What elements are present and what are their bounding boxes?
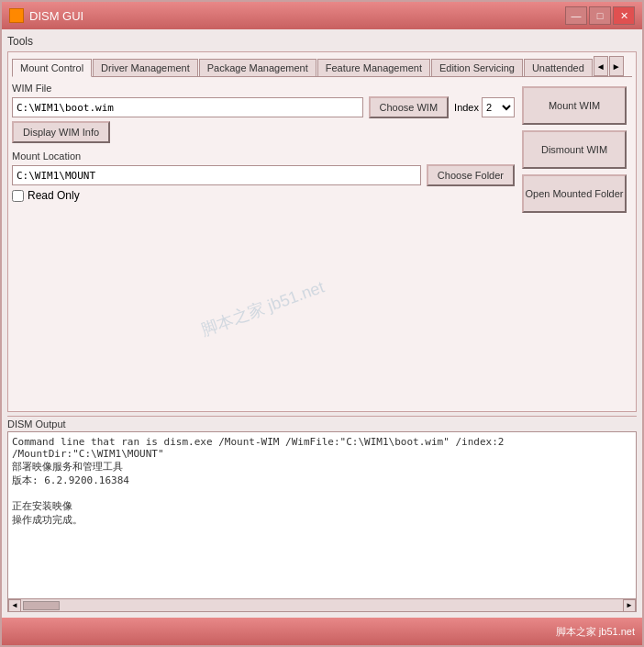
tab-next-button[interactable]: ► — [609, 56, 624, 76]
index-select[interactable]: 2 1 3 — [482, 97, 515, 117]
scroll-left-button[interactable]: ◄ — [8, 599, 21, 612]
display-wim-info-row: Display WIM Info — [12, 121, 515, 143]
wim-file-label: WIM File — [12, 83, 515, 94]
horizontal-scrollbar: ◄ ► — [7, 599, 637, 612]
titlebar-controls: — □ ✕ — [565, 6, 635, 25]
open-mounted-folder-button[interactable]: Open Mounted Folder — [522, 174, 627, 213]
wim-file-input[interactable] — [12, 97, 363, 117]
mount-location-input[interactable] — [12, 165, 421, 185]
mount-location-input-row: Choose Folder — [12, 164, 515, 186]
output-section: DISM Output — [7, 416, 637, 599]
bottom-logo-text: 脚本之家 jb51.net — [556, 625, 635, 639]
display-wim-info-button[interactable]: Display WIM Info — [12, 121, 110, 143]
mount-location-label: Mount Location — [12, 151, 515, 162]
watermark-area: 脚本之家 jb51.net — [12, 209, 515, 407]
content-area: WIM File Choose WIM Index 2 1 3 — [12, 83, 632, 407]
dismount-wim-button[interactable]: Dismount WIM — [522, 130, 627, 169]
output-label: DISM Output — [7, 417, 637, 431]
close-button[interactable]: ✕ — [613, 6, 635, 25]
left-panel: WIM File Choose WIM Index 2 1 3 — [12, 83, 515, 407]
output-textarea[interactable] — [7, 431, 637, 599]
mount-wim-button[interactable]: Mount WIM — [522, 86, 627, 125]
tab-package-management[interactable]: Package Management — [199, 59, 316, 76]
readonly-label: Read Only — [28, 189, 80, 202]
window-body: Tools Mount Control Driver Management Pa… — [2, 29, 642, 618]
scrollbar-track[interactable] — [21, 601, 623, 610]
titlebar-left: DISM GUI — [9, 8, 83, 23]
choose-folder-button[interactable]: Choose Folder — [427, 164, 515, 186]
tools-label: Tools — [7, 35, 637, 48]
tab-driver-management[interactable]: Driver Management — [93, 59, 198, 76]
scrollbar-thumb[interactable] — [23, 601, 60, 610]
tab-edition-servicing[interactable]: Edition Servicing — [431, 59, 523, 76]
titlebar: DISM GUI — □ ✕ — [2, 2, 642, 29]
choose-wim-button[interactable]: Choose WIM — [369, 96, 450, 118]
index-label: Index — [454, 102, 479, 113]
bottom-logo-bar: 脚本之家 jb51.net — [2, 618, 642, 645]
wim-file-input-row: Choose WIM Index 2 1 3 — [12, 96, 515, 118]
index-area: Index 2 1 3 — [454, 97, 515, 117]
window-title: DISM GUI — [29, 9, 83, 23]
mount-location-group: Mount Location Choose Folder Read Only — [12, 151, 515, 202]
right-panel: Mount WIM Dismount WIM Open Mounted Fold… — [522, 83, 632, 407]
readonly-row: Read Only — [12, 189, 515, 202]
minimize-button[interactable]: — — [565, 6, 587, 25]
tab-prev-button[interactable]: ◄ — [594, 56, 608, 76]
watermark: 脚本之家 jb51.net — [198, 274, 328, 342]
tab-content-mount-control: WIM File Choose WIM Index 2 1 3 — [12, 83, 632, 407]
tabs-bar: Mount Control Driver Management Package … — [12, 56, 632, 77]
tab-unattended[interactable]: Unattended — [524, 59, 593, 76]
scroll-right-button[interactable]: ► — [623, 599, 636, 612]
tab-mount-control[interactable]: Mount Control — [12, 59, 92, 77]
app-icon — [9, 8, 24, 23]
maximize-button[interactable]: □ — [589, 6, 611, 25]
main-window: DISM GUI — □ ✕ Tools Mount Control Drive… — [0, 0, 644, 647]
wim-file-group: WIM File Choose WIM Index 2 1 3 — [12, 83, 515, 143]
readonly-checkbox[interactable] — [12, 190, 24, 202]
main-panel: Mount Control Driver Management Package … — [7, 51, 637, 412]
tab-feature-management[interactable]: Feature Management — [317, 59, 430, 76]
